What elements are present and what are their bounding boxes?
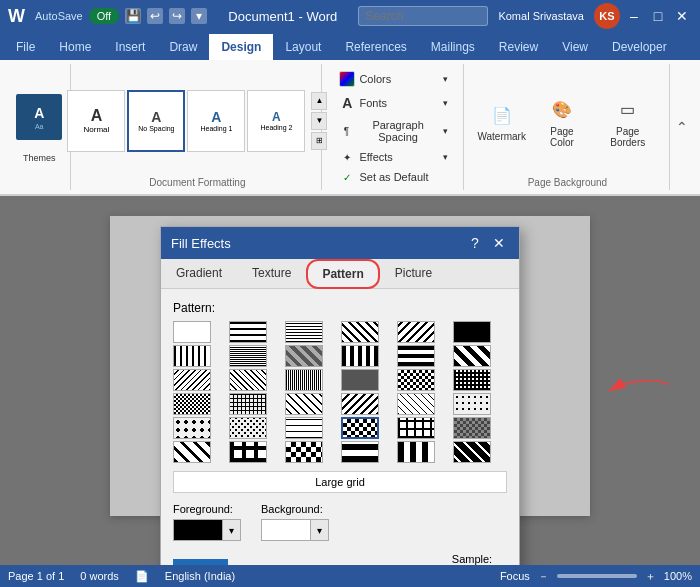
pattern-32[interactable] (229, 441, 267, 463)
pattern-22[interactable] (341, 393, 379, 415)
tab-picture[interactable]: Picture (380, 259, 447, 289)
pattern-5[interactable] (397, 321, 435, 343)
style-heading1[interactable]: A Heading 1 (187, 90, 245, 152)
pattern-30[interactable] (453, 417, 491, 439)
pattern-4[interactable] (341, 321, 379, 343)
pattern-33[interactable] (285, 441, 323, 463)
pattern-11[interactable] (397, 345, 435, 367)
tab-layout[interactable]: Layout (273, 32, 333, 60)
pattern-15[interactable] (285, 369, 323, 391)
page-borders-button[interactable]: ▭ Page Borders (594, 89, 661, 153)
pattern-18[interactable] (453, 369, 491, 391)
dialog-close-button[interactable]: ✕ (489, 233, 509, 253)
pattern-35[interactable] (397, 441, 435, 463)
fonts-dropdown-icon: ▾ (443, 98, 448, 108)
tab-mailings[interactable]: Mailings (419, 32, 487, 60)
paragraph-spacing-icon: ¶ (339, 126, 353, 137)
dialog-help-button[interactable]: ? (465, 233, 485, 253)
pattern-25[interactable] (173, 417, 211, 439)
redo-icon[interactable]: ↪ (169, 8, 185, 24)
tab-draw[interactable]: Draw (157, 32, 209, 60)
pattern-31[interactable] (173, 441, 211, 463)
user-name: Komal Srivastava (498, 10, 584, 22)
pattern-7[interactable] (173, 345, 211, 367)
page-color-button[interactable]: 🎨 Page Color (534, 89, 591, 153)
tab-developer[interactable]: Developer (600, 32, 679, 60)
save-icon[interactable]: 💾 (125, 8, 141, 24)
sample-label: Sample: (437, 553, 507, 565)
pattern-2[interactable] (229, 321, 267, 343)
fonts-button[interactable]: A Fonts ▾ (332, 92, 454, 114)
paragraph-spacing-button[interactable]: ¶ Paragraph Spacing ▾ (332, 116, 454, 146)
pattern-14[interactable] (229, 369, 267, 391)
pattern-29[interactable] (397, 417, 435, 439)
pattern-1[interactable] (173, 321, 211, 343)
tab-design[interactable]: Design (209, 32, 273, 60)
foreground-dropdown[interactable]: ▾ (223, 519, 241, 541)
background-label: Background: (261, 503, 329, 515)
pattern-20[interactable] (229, 393, 267, 415)
pattern-10[interactable] (341, 345, 379, 367)
focus-label[interactable]: Focus (500, 570, 530, 582)
themes-button[interactable]: A Aa (13, 91, 65, 153)
tab-references[interactable]: References (333, 32, 418, 60)
style-normal[interactable]: A Normal (67, 90, 125, 152)
set-as-default-button[interactable]: ✓ Set as Default (332, 168, 454, 186)
style-no-spacing[interactable]: A No Spacing (127, 90, 185, 152)
background-dropdown[interactable]: ▾ (311, 519, 329, 541)
pattern-24[interactable] (453, 393, 491, 415)
logo-area: TheWindowsClub (173, 559, 424, 566)
pattern-19[interactable] (173, 393, 211, 415)
style-heading2[interactable]: A Heading 2 (247, 90, 305, 152)
undo-icon[interactable]: ↩ (147, 8, 163, 24)
pattern-26[interactable] (229, 417, 267, 439)
minimize-button[interactable]: – (624, 6, 644, 26)
pattern-3[interactable] (285, 321, 323, 343)
zoom-slider[interactable] (557, 574, 637, 578)
tab-home[interactable]: Home (47, 32, 103, 60)
maximize-button[interactable]: □ (648, 6, 668, 26)
tab-insert[interactable]: Insert (103, 32, 157, 60)
tab-gradient[interactable]: Gradient (161, 259, 237, 289)
pattern-6[interactable] (453, 321, 491, 343)
tab-view[interactable]: View (550, 32, 600, 60)
colors-fonts-items: Colors ▾ A Fonts ▾ ¶ Paragraph Spacing ▾ (332, 64, 454, 190)
page-info: Page 1 of 1 (8, 570, 64, 582)
search-input[interactable] (358, 6, 488, 26)
pattern-34[interactable] (341, 441, 379, 463)
colors-button[interactable]: Colors ▾ (332, 68, 454, 90)
pattern-21[interactable] (285, 393, 323, 415)
pattern-27[interactable] (285, 417, 323, 439)
pattern-8[interactable] (229, 345, 267, 367)
customize-qat-icon[interactable]: ▾ (191, 8, 207, 24)
effects-button[interactable]: ✦ Effects ▾ (332, 148, 454, 166)
zoom-level: 100% (664, 570, 692, 582)
sample-section: Sample: (437, 553, 507, 565)
zoom-in-icon[interactable]: ＋ (645, 569, 656, 584)
pattern-36[interactable] (453, 441, 491, 463)
tab-texture[interactable]: Texture (237, 259, 306, 289)
dialog-body: Pattern: (161, 289, 519, 565)
dialog-titlebar: Fill Effects ? ✕ (161, 227, 519, 259)
watermark-button[interactable]: 📄 Watermark (474, 94, 530, 147)
selected-pattern-name: Large grid (173, 471, 507, 493)
pattern-9[interactable] (285, 345, 323, 367)
document-wrapper: Fill Effects ? ✕ Gradient Texture Patter… (0, 196, 700, 565)
close-button[interactable]: ✕ (672, 6, 692, 26)
para-dropdown-icon: ▾ (443, 126, 448, 136)
collapse-ribbon-button[interactable]: ⌃ (676, 119, 688, 135)
pattern-16[interactable] (341, 369, 379, 391)
pattern-12[interactable] (453, 345, 491, 367)
pattern-17[interactable] (397, 369, 435, 391)
pattern-23[interactable] (397, 393, 435, 415)
autosave-toggle[interactable]: Off (89, 8, 119, 24)
tab-review[interactable]: Review (487, 32, 550, 60)
zoom-out-icon[interactable]: － (538, 569, 549, 584)
effects-label: Effects (359, 151, 392, 163)
pattern-28-selected[interactable] (341, 417, 379, 439)
avatar[interactable]: KS (594, 3, 620, 29)
tab-pattern[interactable]: Pattern (306, 259, 379, 289)
pattern-13[interactable] (173, 369, 211, 391)
tab-file[interactable]: File (4, 32, 47, 60)
themes-label: Themes (23, 153, 56, 163)
